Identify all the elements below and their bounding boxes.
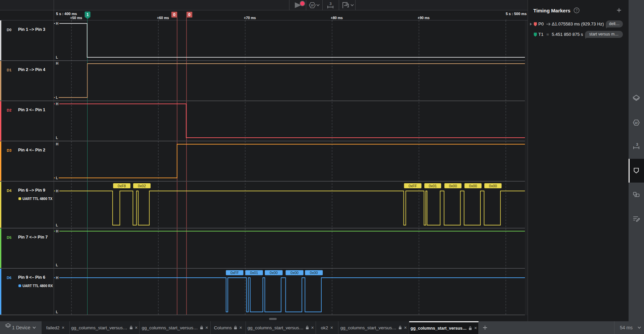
svg-text:1F: 1F [635, 121, 638, 125]
svg-text:0x00: 0x00 [270, 271, 278, 275]
svg-text:3: 3 [636, 142, 638, 146]
svg-text:0xFF: 0xFF [409, 184, 417, 188]
svg-text:3: 3 [329, 2, 331, 6]
svg-text:1: 1 [87, 12, 89, 17]
svg-text:0xF8: 0xF8 [118, 184, 126, 188]
svg-text:0x01: 0x01 [429, 184, 437, 188]
svg-text:0x00: 0x00 [449, 184, 457, 188]
svg-text:0x01: 0x01 [250, 271, 258, 275]
svg-text:0x00: 0x00 [290, 271, 299, 275]
svg-text:0x00: 0x00 [469, 184, 477, 188]
svg-text:?: ? [576, 9, 578, 12]
svg-text:1F: 1F [311, 4, 314, 7]
svg-text:0x00: 0x00 [310, 271, 318, 275]
svg-text:0x02: 0x02 [138, 184, 146, 188]
svg-text:0: 0 [188, 12, 191, 17]
svg-text:0x00: 0x00 [489, 184, 497, 188]
svg-text:0xFF: 0xFF [230, 271, 239, 275]
svg-text:0: 0 [173, 12, 175, 17]
